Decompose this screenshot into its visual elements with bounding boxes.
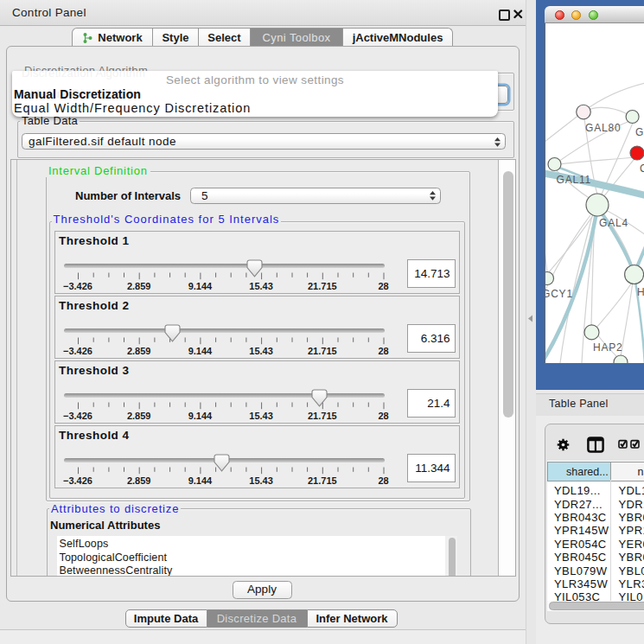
- svg-text:GAL80: GAL80: [585, 122, 621, 134]
- svg-text:C: C: [640, 163, 644, 175]
- svg-text:GAL4: GAL4: [599, 217, 628, 229]
- svg-text:GCY1: GCY1: [545, 288, 573, 300]
- svg-text:GA: GA: [635, 126, 644, 138]
- svg-text:H: H: [637, 286, 644, 298]
- svg-text:GAL11: GAL11: [557, 174, 591, 186]
- svg-text:HAP2: HAP2: [593, 341, 623, 354]
